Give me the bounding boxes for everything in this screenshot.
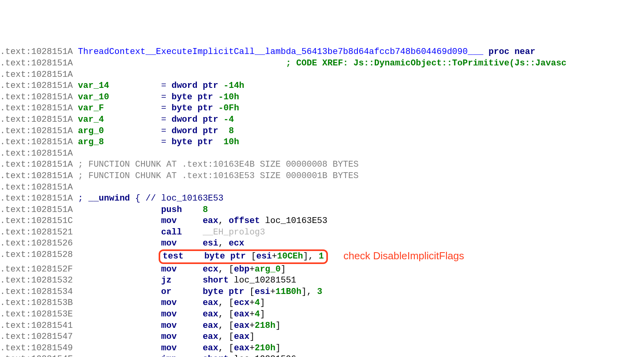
segment-address: .text:1028151A (0, 103, 73, 114)
token: ; (78, 171, 83, 182)
segment-address: .text:1028151A (0, 148, 73, 160)
token (177, 216, 203, 227)
token: eax (234, 343, 250, 354)
token (73, 320, 161, 332)
token: byte ptr (172, 92, 213, 103)
token (182, 205, 203, 216)
disasm-line[interactable]: .text:1028151A ; FUNCTION CHUNK AT .text… (0, 159, 644, 171)
token: -4 (224, 114, 234, 126)
token (109, 92, 161, 103)
disasm-line[interactable]: .text:1028151A (0, 148, 644, 160)
disasm-line[interactable]: .text:1028151A ThreadContext__ExecuteImp… (0, 46, 644, 58)
token: eax (203, 320, 218, 332)
token (167, 126, 172, 137)
token (177, 343, 203, 354)
token: ] (276, 320, 281, 332)
disasm-line[interactable]: .text:10281534 or byte ptr [esi+11B0h], … (0, 286, 644, 298)
disasm-line[interactable]: .text:10281547 mov eax, [eax] (0, 331, 644, 343)
token (167, 137, 172, 148)
disasm-line[interactable]: .text:1028153E mov eax, [eax+4] (0, 309, 644, 320)
token (177, 354, 203, 357)
token (73, 114, 78, 126)
token: var_14 (78, 80, 109, 92)
token: , [ (218, 309, 234, 320)
token: { (130, 193, 146, 205)
disasm-line[interactable]: .text:10281549 mov eax, [eax+210h] (0, 343, 644, 354)
token (213, 92, 218, 103)
disasm-line[interactable]: .text:1028151A ; FUNCTION CHUNK AT .text… (0, 171, 644, 182)
segment-address: .text:10281532 (0, 275, 73, 286)
segment-address: .text:10281528 (0, 249, 73, 264)
disassembly-listing: .text:1028151A ThreadContext__ExecuteImp… (0, 46, 644, 357)
token: ; (78, 159, 83, 171)
token: loc_10163E53 (260, 216, 328, 227)
token (73, 264, 161, 275)
token (73, 275, 161, 286)
disasm-line[interactable]: .text:1028151A var_14 = dword ptr -14h (0, 80, 644, 92)
token (177, 264, 203, 275)
token (73, 286, 161, 298)
disasm-line[interactable]: .text:1028151A var_F = byte ptr -0Fh (0, 103, 644, 114)
token: 11B0h (276, 286, 302, 298)
disasm-line[interactable]: .text:1028151A ; __unwind { // loc_10163… (0, 193, 644, 205)
token: loc_10281551 (229, 275, 296, 286)
token: ThreadContext__ExecuteImplicitCall__lamb… (78, 46, 483, 58)
token: FUNCTION CHUNK AT (83, 159, 182, 171)
token: byte ptr (172, 103, 213, 114)
token (73, 193, 78, 205)
token: dword ptr (172, 114, 218, 126)
disasm-line[interactable]: .text:1028154F jmp short loc_10281596 (0, 354, 644, 357)
token: , (218, 238, 229, 249)
disasm-line[interactable]: .text:10281526 mov esi, ecx (0, 238, 644, 249)
segment-address: .text:10281534 (0, 286, 73, 298)
token: = (161, 92, 166, 103)
token: jz (161, 275, 171, 286)
token: , [ (218, 264, 234, 275)
token: 10CEh (277, 251, 303, 261)
token (109, 80, 161, 92)
token (177, 238, 203, 249)
disasm-line[interactable]: .text:1028151A (0, 69, 644, 81)
token (83, 193, 88, 205)
token: mov (161, 238, 177, 249)
token (104, 137, 161, 148)
token: eax (234, 309, 250, 320)
token: // (146, 193, 156, 205)
disasm-line[interactable]: .text:1028152F mov ecx, [ebp+arg_0] (0, 264, 644, 275)
disasm-line[interactable]: .text:1028151A arg_8 = byte ptr 10h (0, 137, 644, 148)
disasm-line[interactable]: .text:10281521 call __EH_prolog3 (0, 227, 644, 238)
disasm-line[interactable]: .text:1028151A var_4 = dword ptr -4 (0, 114, 644, 126)
segment-address: .text:1028151A (0, 171, 73, 182)
token: 3 (317, 286, 322, 298)
disasm-line[interactable]: .text:10281532 jz short loc_10281551 (0, 275, 644, 286)
disasm-line[interactable]: .text:1028151A arg_0 = dword ptr 8 (0, 126, 644, 137)
token: FUNCTION CHUNK AT (83, 171, 182, 182)
token (218, 114, 224, 126)
token: 10h (224, 137, 239, 148)
token: = (161, 137, 166, 148)
token: esi (203, 238, 218, 249)
token: ] (260, 309, 265, 320)
token: var_4 (78, 114, 104, 126)
token (73, 46, 78, 58)
token (218, 126, 229, 137)
token (73, 159, 78, 171)
disasm-line[interactable]: .text:1028153B mov eax, [ecx+4] (0, 298, 644, 309)
disasm-line[interactable]: .text:10281528 test byte ptr [esi+10CEh]… (0, 249, 644, 264)
token: eax (234, 331, 250, 343)
segment-address: .text:1028151A (0, 205, 73, 216)
disasm-line[interactable]: .text:1028151A push 8 (0, 205, 644, 216)
token: proc (489, 46, 509, 58)
disasm-line[interactable]: .text:1028151C mov eax, offset loc_10163… (0, 216, 644, 227)
disasm-line[interactable]: .text:1028151A (0, 182, 644, 193)
token: dword ptr (172, 126, 218, 137)
token: ] (276, 343, 281, 354)
token: mov (161, 320, 177, 332)
token: , (218, 216, 229, 227)
disasm-line[interactable]: .text:10281541 mov eax, [eax+218h] (0, 320, 644, 332)
token: , [ (218, 320, 234, 332)
disasm-line[interactable]: .text:1028151A ; CODE XREF: Js::DynamicO… (0, 58, 644, 69)
token: = (161, 126, 166, 137)
disasm-line[interactable]: .text:1028151A var_10 = byte ptr -10h (0, 92, 644, 103)
token: 210h (255, 343, 276, 354)
